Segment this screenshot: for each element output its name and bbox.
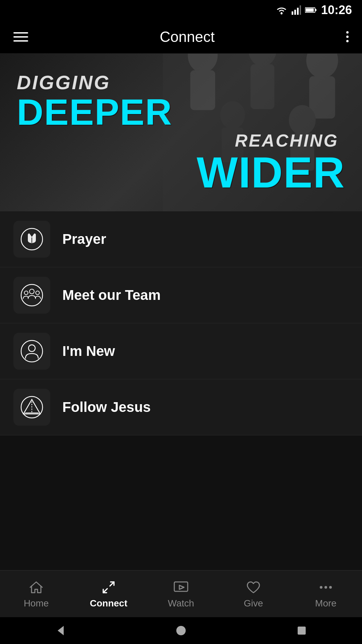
banner-text-content: DIGGING DEEPER REACHING WIDER xyxy=(0,54,362,211)
svg-rect-33 xyxy=(174,582,188,591)
follow-jesus-icon xyxy=(20,395,44,419)
svg-rect-40 xyxy=(298,627,306,635)
svg-line-31 xyxy=(110,582,114,586)
team-icon-box xyxy=(13,277,50,314)
home-system-button[interactable] xyxy=(175,625,187,637)
menu-item-follow-jesus[interactable]: Follow Jesus xyxy=(0,379,362,435)
hamburger-line xyxy=(13,36,28,38)
im-new-label: I'm New xyxy=(62,343,115,359)
hero-banner: DIGGING DEEPER REACHING WIDER xyxy=(0,54,362,211)
svg-rect-6 xyxy=(315,9,316,11)
signal-icon xyxy=(292,5,301,15)
home-nav-label: Home xyxy=(24,598,49,609)
svg-point-39 xyxy=(176,626,186,635)
nav-item-more[interactable]: More xyxy=(299,576,353,612)
give-icon xyxy=(245,579,261,595)
banner-line3: REACHING xyxy=(17,130,339,151)
back-icon xyxy=(54,625,66,637)
svg-rect-4 xyxy=(300,5,301,15)
prayer-icon-box xyxy=(13,221,50,258)
svg-point-0 xyxy=(281,12,283,14)
hamburger-menu-button[interactable] xyxy=(13,32,28,42)
person-icon-box xyxy=(13,333,50,370)
more-icon xyxy=(318,579,334,595)
system-bar xyxy=(0,617,362,644)
svg-marker-34 xyxy=(179,585,184,589)
connect-icon xyxy=(101,579,117,595)
app-header: Connect xyxy=(0,20,362,54)
prayer-label: Prayer xyxy=(62,231,106,247)
hamburger-line xyxy=(13,40,28,42)
follow-jesus-icon-box xyxy=(13,389,50,426)
back-button[interactable] xyxy=(54,625,66,637)
team-icon xyxy=(20,283,44,307)
watch-icon xyxy=(173,579,189,595)
svg-rect-2 xyxy=(294,10,296,15)
svg-marker-38 xyxy=(58,626,64,635)
menu-item-meet-our-team[interactable]: Meet our Team xyxy=(0,267,362,323)
more-options-button[interactable] xyxy=(346,31,349,42)
recent-apps-icon xyxy=(296,625,308,637)
svg-rect-7 xyxy=(306,8,314,12)
svg-rect-3 xyxy=(297,8,299,15)
status-bar: 10:26 xyxy=(0,0,362,20)
home-system-icon xyxy=(175,625,187,637)
connect-nav-label: Connect xyxy=(90,598,127,609)
svg-point-23 xyxy=(24,291,28,295)
svg-point-26 xyxy=(28,345,35,352)
more-nav-label: More xyxy=(315,598,337,609)
svg-point-24 xyxy=(36,291,40,295)
battery-icon xyxy=(305,7,317,13)
nav-item-give[interactable]: Give xyxy=(227,576,280,612)
menu-item-im-new[interactable]: I'm New xyxy=(0,323,362,379)
status-icons: 10:26 xyxy=(276,3,352,17)
watch-nav-label: Watch xyxy=(168,598,194,609)
status-time: 10:26 xyxy=(321,3,352,17)
meet-our-team-label: Meet our Team xyxy=(62,287,161,303)
dot xyxy=(346,31,349,34)
wifi-icon xyxy=(276,5,288,15)
svg-rect-1 xyxy=(292,11,293,15)
svg-point-22 xyxy=(29,289,34,294)
menu-item-prayer[interactable]: Prayer xyxy=(0,211,362,267)
nav-item-watch[interactable]: Watch xyxy=(154,576,208,612)
recent-apps-button[interactable] xyxy=(296,625,308,637)
prayer-hands-icon xyxy=(20,227,44,251)
svg-line-32 xyxy=(103,589,107,593)
banner-line1: DIGGING xyxy=(17,71,345,94)
banner-line2: DEEPER xyxy=(17,94,345,130)
home-icon xyxy=(28,579,44,595)
follow-jesus-label: Follow Jesus xyxy=(62,399,151,415)
hamburger-line xyxy=(13,32,28,34)
give-nav-label: Give xyxy=(244,598,263,609)
page-title: Connect xyxy=(160,29,215,45)
menu-list: Prayer Meet our Team xyxy=(0,211,362,435)
dot xyxy=(346,36,349,38)
svg-point-37 xyxy=(329,586,332,589)
nav-item-home[interactable]: Home xyxy=(9,576,63,612)
nav-item-connect[interactable]: Connect xyxy=(82,576,135,612)
person-icon xyxy=(20,339,44,363)
bottom-navigation: Home Connect Watch Give xyxy=(0,570,362,617)
svg-point-36 xyxy=(324,586,327,589)
svg-point-35 xyxy=(320,586,322,589)
banner-line4: WIDER xyxy=(17,151,345,194)
dot xyxy=(346,40,349,42)
